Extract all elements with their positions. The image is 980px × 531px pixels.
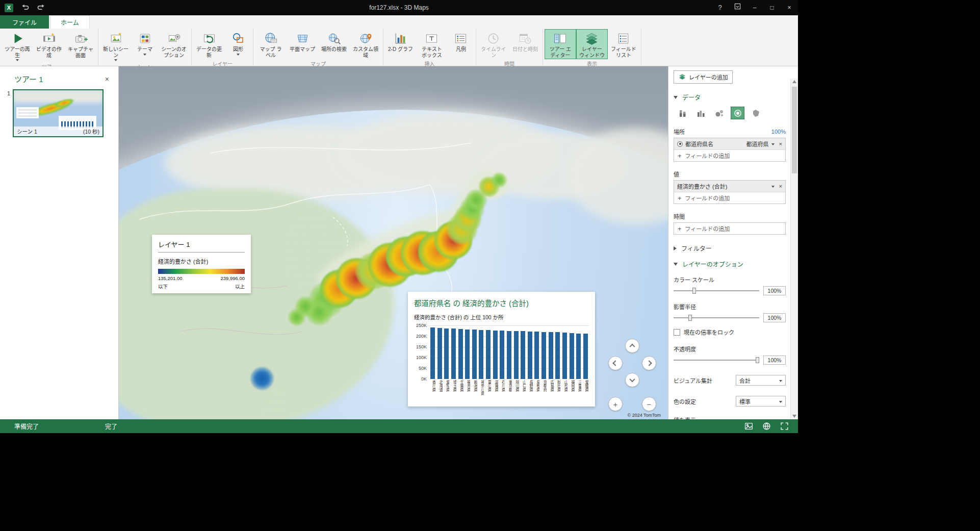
add-layer-icon [678,73,686,81]
ribbon-group-scene: 新しいシーン テーマ シーンのオプション シーン [98,29,192,66]
slider-thumb[interactable] [692,288,696,294]
lock-zoom-checkbox[interactable] [674,329,680,336]
undo-button[interactable] [21,3,29,12]
layer-legend-overlay[interactable]: レイヤー 1 経済的豊かさ (合計) 135,201.00 239,996.00… [152,235,251,293]
add-value-field-button[interactable]: + フィールドの追加 [674,192,785,204]
chevron-down-icon[interactable] [771,186,775,188]
geocoding-percent-link[interactable]: 100% [771,129,786,135]
field-list-button[interactable]: フィールド リスト [608,29,639,59]
tour-panel-close-icon[interactable]: × [105,75,109,83]
opacity-slider[interactable] [674,360,759,361]
theme-button[interactable]: テーマ [132,29,158,62]
opacity-value[interactable]: 100% [763,356,786,365]
radius-label: 影響半径 [674,302,786,311]
location-geo-type[interactable]: 都道府県 [746,140,769,148]
new-scene-button[interactable]: 新しいシーン [100,29,132,62]
zoom-in-button[interactable]: + [608,397,623,411]
pan-up-button[interactable] [625,339,639,353]
redo-button[interactable] [37,3,45,12]
map-view-icon[interactable] [762,422,771,431]
chart-x-label: 富山県 [485,380,491,407]
pan-left-button[interactable] [608,356,623,370]
remove-location-field-icon[interactable]: × [779,141,782,147]
capture-screen-button[interactable]: キャプチャ画面 [65,29,96,62]
tour-editor-button[interactable]: ツアー エディター [545,29,576,59]
refresh-data-button[interactable]: データの更新 [193,29,225,59]
statusbar-icons [744,422,798,431]
layer-options-section-header[interactable]: レイヤーのオプション [674,260,786,268]
button-label: 場所の検索 [321,46,347,53]
chart-overlay[interactable]: 都道府県名 の 経済的豊かさ (合計) 経済的豊かさ (合計) の 上位 100… [408,292,595,407]
ribbon-display-options-icon[interactable] [729,0,746,15]
chart-bar [534,332,539,379]
scrollbar-thumb[interactable] [792,87,797,173]
button-label: 日付と時刻 [512,46,538,53]
custom-regions-button[interactable]: カスタム領域 [350,29,381,59]
slider-thumb[interactable] [688,315,692,321]
chart-x-label: 東京都 [506,380,512,407]
minimize-button[interactable]: – [746,0,763,15]
color-setting-select[interactable]: 標準 [736,396,786,407]
bubble-icon[interactable] [712,107,726,119]
pan-right-button[interactable] [642,356,656,370]
remove-value-field-icon[interactable]: × [779,183,782,189]
chart-bar [458,329,463,379]
value-field-box: 経済的豊かさ (合計) × + フィールドの追加 [674,180,786,204]
layer-pane-button[interactable]: レイヤー ウィンドウ [576,29,608,59]
find-location-button[interactable]: 場所の検索 [318,29,350,59]
fullscreen-icon[interactable] [780,422,789,431]
maximize-button[interactable]: □ [763,0,781,15]
chart-x-label: 福井県 [465,380,470,407]
tab-file[interactable]: ファイル [0,15,49,29]
chart-x-label: 埼玉県 [451,380,456,407]
add-time-field-button[interactable]: + フィールドの追加 [674,223,785,234]
tour-title: ツアー 1 [14,73,43,84]
zoom-out-button[interactable]: − [642,397,656,411]
scroll-down-icon[interactable] [792,415,796,418]
slider-thumb[interactable] [756,357,759,363]
text-box-button[interactable]: テキスト ボックス [416,29,448,59]
image-view-icon[interactable] [744,422,753,431]
map-viewport[interactable]: レイヤー 1 経済的豊かさ (合計) 135,201.00 239,996.00… [119,66,668,419]
add-layer-button[interactable]: レイヤーの追加 [674,70,733,84]
shapes-button[interactable]: 図形 [225,29,251,59]
visual-aggregation-select[interactable]: 合計 [736,375,786,386]
help-button[interactable]: ? [711,0,729,15]
clustered-column-icon[interactable] [694,107,708,119]
radius-value[interactable]: 100% [763,313,786,322]
value-field-row[interactable]: 経済的豊かさ (合計) × [674,181,785,192]
legend-layer-title: レイヤー 1 [158,239,245,252]
chart-bar [430,327,435,379]
radius-slider[interactable] [674,317,759,318]
flat-map-button[interactable]: 平面マップ [287,29,318,59]
add-location-field-button[interactable]: + フィールドの追加 [674,150,785,161]
play-tour-button[interactable]: ツアーの再生 [2,29,33,62]
layer-pane-scrollbar[interactable] [790,79,798,419]
legend-min-suffix: 以下 [158,283,168,290]
map-labels-button[interactable]: マップ ラベル [255,29,287,59]
create-video-button[interactable]: ビデオの作成 [33,29,65,62]
scroll-up-icon[interactable] [792,80,796,83]
chevron-down-icon [779,401,782,403]
ribbon-group-layer: データの更新 図形 レイヤー [192,29,253,66]
chevron-down-icon[interactable] [771,143,775,145]
timeline-clock-icon [486,32,500,45]
scene-item[interactable]: 1 シーン 1 (10 秒) [0,89,118,137]
stacked-column-icon[interactable] [676,107,689,119]
data-section-header[interactable]: データ [674,93,786,102]
close-button[interactable]: × [781,0,798,15]
heat-map-icon[interactable] [731,107,744,119]
filter-section-header[interactable]: フィルター [674,244,786,252]
color-scale-value[interactable]: 100% [763,286,786,295]
add-layer-label: レイヤーの追加 [689,73,728,81]
legend-button[interactable]: 凡例 [448,29,474,59]
2d-chart-button[interactable]: 2-D グラフ [385,29,416,59]
tab-home[interactable]: ホーム [50,15,90,29]
scene-thumbnail[interactable]: シーン 1 (10 秒) [13,89,104,137]
region-icon[interactable] [749,107,763,119]
lock-zoom-row[interactable]: 現在の倍率をロック [674,328,786,336]
location-field-row[interactable]: 都道府県名 都道府県 × [674,138,785,150]
pan-down-button[interactable] [625,373,639,387]
color-scale-slider[interactable] [674,290,759,291]
scene-options-button[interactable]: シーンのオプション [158,29,190,62]
